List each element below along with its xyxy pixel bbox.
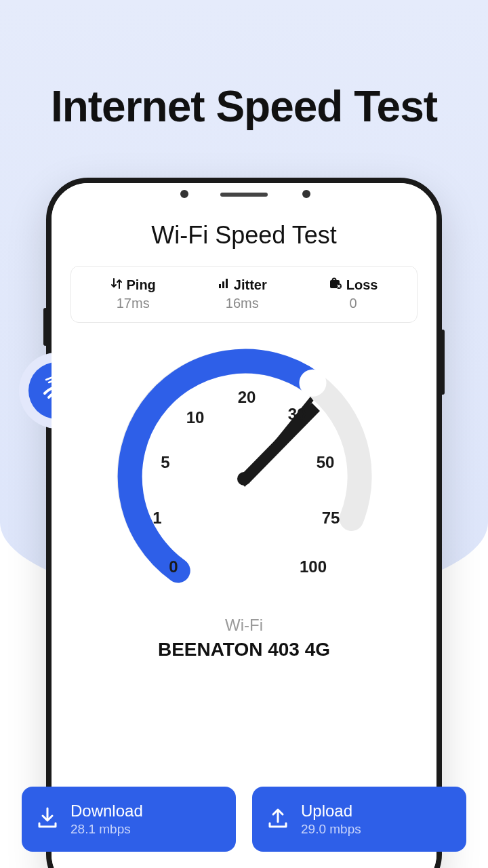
loss-label: Loss (346, 277, 378, 293)
svg-point-8 (300, 370, 327, 397)
upload-icon (266, 806, 290, 833)
ping-value: 17ms (110, 296, 156, 311)
download-card[interactable]: Download 28.1 mbps (22, 787, 236, 852)
gauge-tick-7: 75 (322, 509, 340, 528)
stat-loss: Loss 0 (329, 277, 378, 311)
phone-mockup: Wi-Fi Speed Test Ping 17ms Jitter (46, 178, 442, 868)
download-label: Download (70, 802, 143, 821)
stats-card: Ping 17ms Jitter 16ms Loss (70, 266, 418, 323)
ping-label: Ping (127, 277, 156, 293)
gauge-tick-5: 30 (288, 405, 306, 424)
gauge-tick-6: 50 (317, 453, 335, 472)
app-title: Wi-Fi Speed Test (70, 221, 418, 250)
gauge-tick-3: 10 (186, 408, 205, 427)
jitter-label: Jitter (234, 277, 267, 293)
gauge-tick-0: 0 (169, 557, 178, 576)
svg-rect-3 (222, 281, 224, 288)
connection-type: Wi-Fi (70, 616, 418, 635)
stat-jitter: Jitter 16ms (218, 277, 267, 311)
jitter-icon (218, 277, 230, 293)
download-value: 28.1 mbps (70, 822, 143, 837)
upload-label: Upload (301, 802, 361, 821)
svg-rect-2 (219, 284, 221, 288)
loss-icon (329, 277, 342, 293)
jitter-value: 16ms (218, 296, 267, 311)
loss-value: 0 (329, 296, 378, 311)
gauge-tick-1: 1 (152, 509, 161, 528)
stat-ping: Ping 17ms (110, 277, 156, 311)
svg-rect-4 (226, 279, 228, 288)
connection-name: BEENATON 403 4G (70, 639, 418, 660)
gauge-tick-8: 100 (300, 557, 327, 576)
upload-value: 29.0 mbps (301, 822, 361, 837)
upload-card[interactable]: Upload 29.0 mbps (252, 787, 466, 852)
speed-gauge: 0 1 5 10 20 30 50 75 100 (108, 343, 380, 614)
gauge-tick-4: 20 (238, 388, 256, 407)
svg-point-10 (237, 472, 251, 486)
ping-icon (110, 277, 123, 293)
gauge-tick-2: 5 (161, 453, 169, 472)
download-icon (35, 806, 60, 833)
page-headline: Internet Speed Test (0, 81, 488, 132)
